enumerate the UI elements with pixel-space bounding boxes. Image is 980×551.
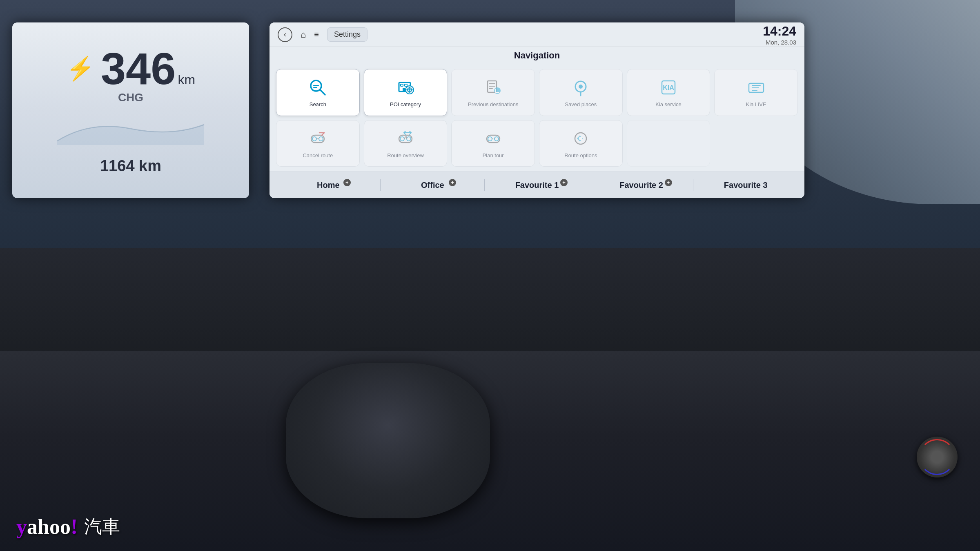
cancel-route-icon: [308, 129, 327, 150]
menu-icon[interactable]: ≡: [314, 30, 319, 39]
nav-item-search[interactable]: Search: [276, 69, 360, 116]
nav-item-kia-service[interactable]: KIA Kia service: [627, 69, 710, 116]
instrument-cluster: ⚡ 346 km CHG 1164 km: [12, 22, 249, 198]
previous-label: Previous destinations: [468, 101, 519, 108]
kia-service-icon: KIA: [659, 78, 678, 99]
svg-point-35: [400, 137, 404, 141]
svg-rect-6: [405, 84, 407, 86]
fav-home[interactable]: + Home: [276, 177, 381, 193]
dashboard-surface: [0, 351, 980, 551]
svg-rect-7: [403, 88, 405, 91]
poi-icon: [396, 78, 415, 99]
svg-text:KIA: KIA: [663, 84, 674, 91]
poi-label: POI category: [390, 101, 421, 108]
fav-home-label: Home: [317, 181, 340, 190]
previous-destinations-icon: [483, 78, 503, 99]
fav-favourite3-label: Favourite 3: [724, 181, 768, 190]
svg-point-40: [494, 137, 499, 141]
fav-office-label: Office: [421, 181, 444, 190]
nav-item-saved[interactable]: Saved places: [539, 69, 623, 116]
svg-point-30: [319, 137, 323, 141]
search-label: Search: [310, 101, 326, 108]
svg-point-43: [579, 137, 582, 140]
nav-title: Navigation: [270, 47, 804, 64]
search-icon: [308, 78, 327, 99]
svg-point-39: [488, 137, 492, 141]
kia-live-icon: [746, 78, 766, 99]
fav-favourite3[interactable]: Favourite 3: [693, 177, 798, 193]
kia-live-label: Kia LiVE: [746, 101, 766, 108]
cluster-curve-graphic: [49, 112, 212, 145]
nav-item-more[interactable]: [627, 120, 710, 167]
svg-rect-2: [313, 85, 319, 86]
nav-item-poi[interactable]: POI category: [364, 69, 448, 116]
svg-rect-5: [401, 84, 403, 86]
settings-button[interactable]: Settings: [327, 27, 368, 42]
nav-grid: Search POI category: [270, 64, 804, 172]
yahoo-logo: yahoo!: [16, 515, 78, 539]
top-bar-right: 14:24 Mon, 28.03: [763, 24, 796, 46]
cluster-top: ⚡ 346 km: [66, 46, 195, 91]
nav-item-route-overview[interactable]: Route overview: [364, 120, 448, 167]
fav-favourite1-label: Favourite 1: [515, 181, 559, 190]
total-range: 1164 km: [100, 157, 161, 175]
nav-item-plan-tour[interactable]: Plan tour: [451, 120, 535, 167]
plan-tour-label: Plan tour: [483, 152, 504, 159]
fav-office[interactable]: + Office: [381, 177, 485, 193]
nav-item-cancel-route[interactable]: Cancel route: [276, 120, 360, 167]
top-bar: ‹ ⌂ ≡ Settings 14:24 Mon, 28.03: [270, 22, 804, 47]
route-options-icon: [571, 129, 590, 150]
chg-label: CHG: [118, 91, 143, 104]
date-display: Mon, 28.03: [763, 39, 796, 46]
range-unit: km: [178, 72, 195, 87]
route-overview-label: Route overview: [387, 152, 424, 159]
saved-places-icon: [571, 78, 590, 99]
climate-knob[interactable]: [917, 437, 958, 477]
fav-favourite2-label: Favourite 2: [619, 181, 663, 190]
fav-favourite1[interactable]: + Favourite 1: [485, 177, 589, 193]
ev-charging-icon: ⚡: [66, 55, 95, 82]
nav-item-route-options[interactable]: Route options: [539, 120, 623, 167]
plan-tour-icon: [483, 129, 503, 150]
svg-line-1: [320, 90, 325, 95]
saved-label: Saved places: [565, 101, 597, 108]
yahoo-branding: yahoo! 汽車: [16, 515, 120, 539]
top-bar-left: ‹ ⌂ ≡ Settings: [278, 27, 368, 42]
back-button[interactable]: ‹: [278, 27, 292, 42]
range-display: 346 km: [101, 46, 195, 91]
range-value: 346: [101, 46, 176, 91]
svg-rect-34: [399, 135, 412, 143]
svg-rect-3: [313, 87, 317, 88]
nav-item-previous[interactable]: Previous destinations: [451, 69, 535, 116]
svg-rect-38: [487, 135, 500, 143]
infotainment-screen: ‹ ⌂ ≡ Settings 14:24 Mon, 28.03 Navigati…: [270, 22, 804, 198]
kia-service-label: Kia service: [655, 101, 682, 108]
home-icon[interactable]: ⌂: [301, 29, 306, 40]
favorites-bar: + Home + Office + Favourite 1 + Favourit…: [270, 172, 804, 198]
fav-favourite2[interactable]: + Favourite 2: [589, 177, 694, 193]
nav-item-kia-live[interactable]: Kia LiVE: [714, 69, 798, 116]
route-overview-icon: [396, 129, 415, 150]
svg-point-29: [312, 137, 316, 141]
cancel-route-label: Cancel route: [303, 152, 333, 159]
time-display: 14:24: [763, 24, 796, 39]
yahoo-car-label: 汽車: [84, 515, 120, 539]
svg-point-20: [579, 85, 583, 89]
svg-point-16: [494, 87, 501, 94]
steering-area: [286, 363, 490, 518]
route-options-label: Route options: [564, 152, 597, 159]
svg-point-36: [407, 137, 411, 141]
